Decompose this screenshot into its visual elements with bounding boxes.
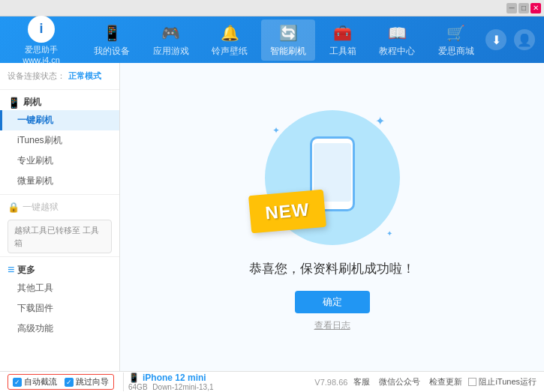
minimize-button[interactable]: ─: [506, 3, 517, 13]
sidebar-download-firmware[interactable]: 下载固件: [0, 298, 119, 319]
brand-name: 爱思助手: [25, 44, 58, 55]
status-label: 设备连接状态：: [8, 70, 65, 82]
secondary-link[interactable]: 查看日志: [314, 319, 350, 332]
logo-area: i 爱思助手 www.i4.cn: [0, 16, 83, 64]
nav-tutorials-label: 教程中心: [379, 45, 415, 58]
nav-smart-flash-label: 智能刷机: [270, 45, 306, 58]
sidebar-divider-1: [0, 89, 119, 90]
sidebar-one-key-flash[interactable]: 一键刷机: [0, 110, 119, 130]
device-name-text: iPhone 12 mini: [143, 373, 206, 383]
support-link[interactable]: 客服: [353, 376, 370, 388]
jailbreak-note: 越狱工具已转移至 工具箱: [8, 220, 112, 253]
nav-my-device-label: 我的设备: [94, 45, 130, 58]
header: i 爱思助手 www.i4.cn 📱 我的设备 🎮 应用游戏 🔔 铃声壁纸 🔄 …: [0, 16, 544, 63]
auto-throttle-check-icon: ✓: [14, 379, 20, 386]
confirm-button[interactable]: 确定: [295, 291, 370, 313]
advanced-label: 高级功能: [17, 322, 53, 335]
tutorials-icon: 📖: [386, 22, 407, 43]
ringtones-icon: 🔔: [219, 22, 240, 43]
nav-toolbox-label: 工具箱: [329, 45, 356, 58]
itunes-label: 阻止iTunes运行: [479, 376, 536, 388]
auto-throttle-label: 自动截流: [24, 376, 57, 388]
content-area: ✦ ✦ ✦ NEW 恭喜您，保资料刷机成功啦！ 确定 查看日志: [120, 63, 544, 371]
nav-mall-label: 爱思商城: [438, 45, 474, 58]
bottom-links: 客服 微信公众号 检查更新: [353, 376, 462, 388]
checkbox-area: ✓ 自动截流 ✓ 跳过向导: [8, 374, 114, 390]
more-section-header: ≡ 更多: [0, 260, 119, 278]
my-device-icon: 📱: [101, 22, 122, 43]
sidebar-brush-flash[interactable]: 微量刷机: [0, 171, 119, 191]
apps-games-icon: 🎮: [161, 22, 182, 43]
pro-flash-label: 专业刷机: [17, 154, 53, 167]
device-storage: 64GB: [128, 383, 148, 391]
skip-wizard-check-icon: ✓: [66, 379, 72, 386]
user-button[interactable]: 👤: [514, 29, 535, 50]
title-bar: ─ □ ✕: [0, 0, 544, 16]
download-firmware-label: 下载固件: [17, 302, 53, 315]
close-button[interactable]: ✕: [530, 3, 541, 13]
sparkle-2: ✦: [272, 125, 280, 136]
skip-wizard-label: 跳过向导: [76, 376, 109, 388]
device-icon: 📱: [128, 373, 140, 383]
nav-tutorials[interactable]: 📖 教程中心: [370, 19, 424, 61]
nav-ringtones[interactable]: 🔔 铃声壁纸: [203, 19, 257, 61]
sidebar-divider-2: [0, 194, 119, 195]
nav-apps-games[interactable]: 🎮 应用游戏: [144, 19, 198, 61]
mall-icon: 🛒: [446, 22, 467, 43]
nav-smart-flash[interactable]: 🔄 智能刷机: [261, 19, 315, 61]
device-details: 64GB Down-12mini-13,1: [128, 383, 214, 391]
status-value: 正常模式: [68, 70, 101, 82]
more-section-label: 更多: [17, 264, 35, 277]
sparkle-1: ✦: [375, 114, 385, 128]
nav-items: 📱 我的设备 🎮 应用游戏 🔔 铃声壁纸 🔄 智能刷机 🧰 工具箱 📖 教程中心…: [83, 19, 485, 61]
itunes-flash-label: iTunes刷机: [17, 134, 62, 147]
nav-right: ⬇ 👤: [485, 29, 544, 50]
itunes-area: 阻止iTunes运行: [468, 376, 536, 388]
auto-throttle-checkbox[interactable]: ✓ 自动截流: [13, 376, 57, 388]
flash-section-label: 刷机: [23, 96, 41, 109]
toolbox-icon: 🧰: [332, 22, 353, 43]
skip-wizard-checkbox[interactable]: ✓ 跳过向导: [65, 376, 109, 388]
update-link[interactable]: 检查更新: [429, 376, 462, 388]
skip-wizard-checkbox-box: ✓: [65, 378, 74, 387]
brush-flash-label: 微量刷机: [17, 175, 53, 187]
other-tools-label: 其他工具: [17, 282, 53, 295]
nav-apps-games-label: 应用游戏: [153, 45, 189, 58]
itunes-checkbox[interactable]: [468, 378, 476, 386]
sidebar-advanced[interactable]: 高级功能: [0, 319, 119, 339]
main-area: 设备连接状态： 正常模式 📱 刷机 一键刷机 iTunes刷机 专业刷机 微量刷…: [0, 63, 544, 371]
sidebar-divider-3: [0, 256, 119, 257]
device-name-row: 📱 iPhone 12 mini: [128, 373, 214, 383]
more-section-icon: ≡: [8, 263, 14, 277]
sidebar: 设备连接状态： 正常模式 📱 刷机 一键刷机 iTunes刷机 专业刷机 微量刷…: [0, 63, 120, 371]
maximize-button[interactable]: □: [518, 3, 529, 13]
flash-section-header: 📱 刷机: [0, 93, 119, 110]
new-ribbon-text: NEW: [264, 199, 310, 223]
auto-throttle-checkbox-box: ✓: [13, 378, 22, 387]
new-ribbon: NEW: [248, 189, 326, 233]
sidebar-other-tools[interactable]: 其他工具: [0, 278, 119, 298]
one-key-flash-label: 一键刷机: [17, 114, 53, 127]
hero-illustration: ✦ ✦ ✦ NEW: [257, 103, 407, 253]
bottom-bar: ✓ 自动截流 ✓ 跳过向导 📱 iPhone 12 mini 64GB Down…: [0, 371, 544, 392]
success-message: 恭喜您，保资料刷机成功啦！: [249, 260, 415, 277]
device-status: 设备连接状态： 正常模式: [0, 67, 119, 86]
wechat-link[interactable]: 微信公众号: [379, 376, 420, 388]
version-text: V7.98.66: [314, 378, 347, 387]
flash-section-icon: 📱: [8, 97, 20, 109]
device-version: Down-12mini-13,1: [152, 383, 213, 391]
sparkle-3: ✦: [386, 229, 392, 238]
jailbreak-label: 一键越狱: [23, 201, 59, 214]
smart-flash-icon: 🔄: [278, 22, 299, 43]
device-info: 📱 iPhone 12 mini 64GB Down-12mini-13,1: [123, 373, 214, 391]
sidebar-itunes-flash[interactable]: iTunes刷机: [0, 130, 119, 151]
nav-mall[interactable]: 🛒 爱思商城: [429, 19, 483, 61]
nav-ringtones-label: 铃声壁纸: [212, 45, 248, 58]
jailbreak-lock-icon: 🔒: [8, 202, 20, 213]
nav-my-device[interactable]: 📱 我的设备: [85, 19, 139, 61]
nav-toolbox[interactable]: 🧰 工具箱: [320, 19, 365, 61]
sidebar-pro-flash[interactable]: 专业刷机: [0, 151, 119, 171]
download-button[interactable]: ⬇: [485, 29, 506, 50]
jailbreak-section: 🔒 一键越狱: [0, 198, 119, 217]
logo-icon: i: [28, 16, 55, 43]
